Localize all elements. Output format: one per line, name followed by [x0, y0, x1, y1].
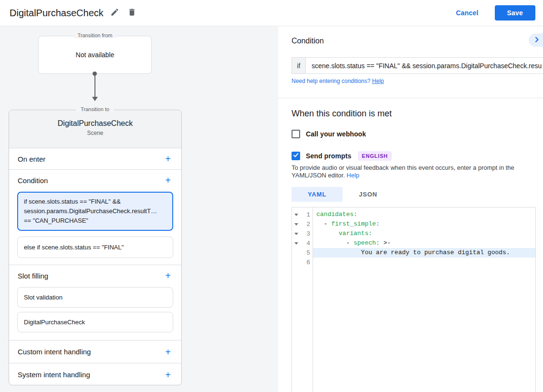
send-prompts-label: Send prompts [306, 152, 351, 160]
fold-toggle-icon[interactable] [292, 233, 300, 235]
line-number: 6 [300, 259, 313, 266]
slot-item-digital-purchase-check[interactable]: DigitalPurchaseCheck [17, 312, 173, 332]
code-text [316, 230, 339, 237]
line-number: 1 [300, 211, 313, 218]
connector-line [94, 76, 95, 97]
prompts-help-link[interactable]: Help [346, 172, 359, 179]
condition-expression-input[interactable]: scene.slots.status == "FINAL" && session… [306, 57, 543, 74]
code-line: variants: [313, 229, 535, 238]
slot-filling-section: Slot filling + Slot validation DigitalPu… [9, 265, 181, 340]
transition-to-label: Transition to [76, 106, 114, 112]
code-line: candidates: [313, 210, 535, 219]
scene-diagram-panel: Transition from Not available Transition… [0, 26, 278, 392]
code-text: You are ready to purchase digital goods. [316, 249, 510, 256]
prompts-help-body: To provide audio or visual feedback when… [292, 164, 514, 179]
add-slot-button[interactable]: + [162, 270, 174, 281]
connector-arrowhead-icon [92, 97, 98, 101]
save-button[interactable]: Save [495, 5, 536, 21]
tab-json[interactable]: JSON [343, 187, 394, 202]
condition-panel-title: Condition [292, 37, 324, 45]
custom-intent-label: Custom intent handling [18, 348, 91, 356]
fold-toggle-icon[interactable] [292, 242, 300, 245]
add-condition-button[interactable]: + [162, 175, 174, 186]
delete-scene-button[interactable] [124, 4, 141, 21]
transition-from-box: Transition from Not available [38, 36, 152, 74]
condition-line: else if scene.slots.status == "FINAL" [24, 243, 167, 252]
if-prefix-label: if [292, 57, 306, 74]
condition-section: Condition + if scene.slots.status == "FI… [9, 170, 181, 265]
prompts-checkbox-row: Send prompts ENGLISH [292, 151, 392, 161]
add-custom-intent-button[interactable]: + [162, 346, 174, 358]
code-key: candidates: [316, 211, 357, 218]
system-intent-section: System intent handling + [9, 363, 181, 386]
code-text: - [316, 239, 354, 247]
on-enter-section: On enter + [9, 148, 181, 170]
on-enter-label: On enter [18, 155, 45, 163]
custom-intent-section: Custom intent handling + [9, 340, 181, 363]
add-on-enter-button[interactable]: + [162, 153, 174, 165]
condition-expression-row: if scene.slots.status == "FINAL" && sess… [292, 57, 543, 74]
fold-toggle-icon[interactable] [292, 214, 300, 216]
condition-line: if scene.slots.status == "FINAL" && [24, 197, 167, 206]
code-line: - speech: >- [313, 238, 535, 248]
code-key: first_simple: [331, 220, 379, 227]
condition-item[interactable]: else if scene.slots.status == "FINAL" [17, 237, 173, 258]
editor-format-tabs: YAML JSON [292, 187, 394, 202]
line-number: 2 [300, 221, 313, 228]
condition-met-heading: When this condition is met [292, 109, 392, 119]
system-intent-label: System intent handling [18, 371, 90, 379]
panel-divider [278, 98, 543, 98]
code-line-highlighted: You are ready to purchase digital goods. [313, 248, 535, 258]
top-header: DigitalPurchaseCheck Cancel Save [0, 0, 543, 26]
condition-label: Condition [18, 176, 48, 185]
transition-from-value: Not available [39, 36, 151, 73]
slot-item-validation[interactable]: Slot validation [17, 287, 173, 308]
fold-toggle-icon[interactable] [292, 223, 300, 226]
trash-icon [127, 8, 136, 18]
condition-detail-panel: Condition if scene.slots.status == "FINA… [278, 26, 543, 392]
code-line: - first_simple: [313, 219, 535, 229]
scene-card: DigitalPurchaseCheck Scene On enter + Co… [9, 110, 182, 385]
tab-yaml[interactable]: YAML [292, 187, 343, 202]
chevron-right-icon [533, 36, 541, 45]
connector-dot [93, 72, 97, 76]
editor-gutter: 1 2 3 4 5 6 [292, 207, 313, 392]
scene-name: DigitalPurchaseCheck [9, 119, 181, 128]
webhook-checkbox-row: Call your webhook [292, 130, 366, 138]
pencil-icon [110, 8, 119, 18]
page-title: DigitalPurchaseCheck [10, 8, 104, 19]
prompts-help-text: To provide audio or visual feedback when… [292, 164, 536, 179]
yaml-code-editor[interactable]: 1 2 3 4 5 6 candidates: - first_simple: … [292, 207, 536, 392]
conditions-help-line: Need help entering conditions? Help [292, 78, 384, 84]
cancel-button[interactable]: Cancel [456, 9, 478, 17]
collapse-panel-button[interactable] [529, 33, 543, 47]
edit-title-button[interactable] [106, 4, 124, 21]
condition-line: == "CAN_PURCHASE" [24, 216, 167, 226]
condition-item-selected[interactable]: if scene.slots.status == "FINAL" && sess… [17, 192, 173, 231]
condition-line: session.params.DigitalPurchaseCheck.resu… [24, 206, 167, 216]
call-webhook-label: Call your webhook [306, 130, 366, 138]
line-number: 3 [300, 230, 313, 237]
call-webhook-checkbox[interactable] [292, 130, 300, 138]
scene-type: Scene [9, 130, 181, 136]
code-line [313, 258, 535, 267]
language-badge: ENGLISH [358, 151, 392, 161]
conditions-help-link[interactable]: Help [372, 78, 384, 84]
code-text: - [316, 220, 331, 227]
code-text: >- [380, 239, 391, 247]
line-number: 4 [300, 240, 313, 247]
send-prompts-checkbox[interactable] [292, 152, 300, 160]
code-key: speech: [354, 239, 380, 247]
code-key: variants: [339, 230, 372, 237]
line-number: 5 [300, 249, 313, 257]
conditions-help-text: Need help entering conditions? [292, 78, 372, 84]
slot-filling-label: Slot filling [18, 272, 48, 280]
code-area[interactable]: candidates: - first_simple: variants: - … [313, 207, 535, 392]
add-system-intent-button[interactable]: + [162, 369, 174, 381]
checkmark-icon [292, 152, 299, 160]
scene-card-header: DigitalPurchaseCheck Scene [9, 110, 181, 148]
